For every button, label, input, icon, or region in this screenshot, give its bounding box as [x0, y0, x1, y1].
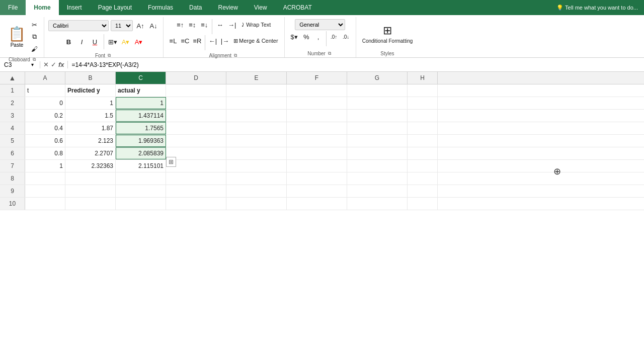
cut-button[interactable]: ✂ [29, 19, 40, 30]
font-color-button[interactable]: A▾ [133, 36, 144, 47]
cell-8-F[interactable] [287, 172, 347, 185]
cell-5-G[interactable] [347, 135, 408, 147]
cell-7-A[interactable]: 1 [25, 160, 65, 172]
cell-8-G[interactable] [347, 172, 408, 185]
cell-6-F[interactable] [287, 147, 347, 159]
col-header-e[interactable]: E [226, 72, 287, 84]
tab-page-layout[interactable]: Page Layout [90, 0, 140, 15]
cell-9-C[interactable] [116, 185, 166, 197]
cell-6-B[interactable]: 2.2707 [65, 147, 116, 159]
percent-button[interactable]: % [301, 31, 312, 42]
cell-9-D[interactable] [166, 185, 226, 197]
row-num-2[interactable]: 2 [0, 97, 25, 109]
cell-3-A[interactable]: 0.2 [25, 110, 65, 122]
select-all-button[interactable]: ▲ [9, 74, 16, 82]
cell-9-F[interactable] [287, 185, 347, 197]
cell-6-C[interactable]: 2.085839 [116, 147, 166, 159]
cell-1-E[interactable] [226, 84, 287, 97]
cell-3-C[interactable]: 1.437114 [116, 110, 166, 122]
copy-button[interactable]: ⧉ [29, 31, 40, 42]
cell-2-B[interactable]: 1 [65, 97, 116, 109]
tab-acrobat[interactable]: ACROBAT [275, 0, 320, 15]
col-header-b[interactable]: B [65, 72, 116, 84]
paste-button[interactable]: 📋 Paste [6, 24, 28, 50]
underline-button[interactable]: U [90, 36, 101, 47]
cell-2-G[interactable] [347, 97, 408, 109]
cell-2-E[interactable] [226, 97, 287, 109]
col-header-a[interactable]: A [25, 72, 65, 84]
cell-ref-input[interactable] [4, 61, 29, 68]
tab-review[interactable]: Review [210, 0, 246, 15]
cell-6-G[interactable] [347, 147, 408, 159]
cell-8-H[interactable] [408, 172, 438, 185]
number-expand[interactable]: ⧉ [327, 50, 333, 56]
tab-view[interactable]: View [246, 0, 275, 15]
cell-3-G[interactable] [347, 110, 408, 122]
cell-5-D[interactable] [166, 135, 226, 147]
cell-6-A[interactable]: 0.8 [25, 147, 65, 159]
cell-3-H[interactable] [408, 110, 438, 122]
row-num-8[interactable]: 8 [0, 172, 25, 185]
cell-5-A[interactable]: 0.6 [25, 135, 65, 147]
cell-7-B[interactable]: 2.32363 [65, 160, 116, 172]
font-size-select[interactable]: 11 [111, 20, 133, 31]
cell-9-E[interactable] [226, 185, 287, 197]
cell-10-A[interactable] [25, 198, 65, 210]
align-center-button[interactable]: ≡C [180, 35, 191, 46]
cell-2-C[interactable]: 1 [116, 97, 166, 109]
font-family-select[interactable]: Calibri [48, 20, 109, 31]
cell-4-G[interactable] [347, 122, 408, 134]
tab-formulas[interactable]: Formulas [140, 0, 181, 15]
cell-1-C[interactable]: actual y [116, 84, 166, 97]
col-header-d[interactable]: D [166, 72, 226, 84]
cell-2-A[interactable]: 0 [25, 97, 65, 109]
font-expand[interactable]: ⧉ [106, 52, 112, 58]
cell-4-D[interactable] [166, 122, 226, 134]
cell-10-D[interactable] [166, 198, 226, 210]
decrease-decimal-button[interactable]: .0↓ [341, 31, 352, 42]
align-middle-button[interactable]: ≡↕ [187, 19, 198, 30]
indent-button[interactable]: →| [226, 19, 237, 30]
align-right-button[interactable]: ≡R [192, 35, 203, 46]
merge-center-button[interactable]: ⊞ Merge & Center [231, 35, 280, 46]
insert-function-icon[interactable]: fx [58, 61, 64, 68]
cell-7-C[interactable]: 2.115101 [116, 160, 166, 172]
cell-7-H[interactable] [408, 160, 438, 172]
row-num-10[interactable]: 10 [0, 198, 25, 210]
cell-4-A[interactable]: 0.4 [25, 122, 65, 134]
increase-decimal-button[interactable]: .0↑ [329, 31, 340, 42]
comma-button[interactable]: , [313, 31, 324, 42]
cell-7-G[interactable] [347, 160, 408, 172]
cell-3-B[interactable]: 1.5 [65, 110, 116, 122]
cell-4-C[interactable]: 1.7565 [116, 122, 166, 134]
cell-8-A[interactable] [25, 172, 65, 185]
cell-7-E[interactable] [226, 160, 287, 172]
cell-9-A[interactable] [25, 185, 65, 197]
cell-6-E[interactable] [226, 147, 287, 159]
col-header-c[interactable]: C [116, 72, 166, 84]
conditional-formatting-button[interactable]: ⊞ Conditional Formatting [360, 23, 415, 45]
cell-3-D[interactable] [166, 110, 226, 122]
fill-color-button[interactable]: A▾ [120, 36, 131, 47]
cell-8-C[interactable] [116, 172, 166, 185]
cell-1-G[interactable] [347, 84, 408, 97]
cell-10-G[interactable] [347, 198, 408, 210]
cell-10-F[interactable] [287, 198, 347, 210]
cell-4-H[interactable] [408, 122, 438, 134]
cell-2-D[interactable] [166, 97, 226, 109]
row-num-5[interactable]: 5 [0, 135, 25, 147]
cell-1-D[interactable] [166, 84, 226, 97]
format-painter-button[interactable]: 🖌 [29, 43, 40, 54]
tab-insert[interactable]: Insert [59, 0, 90, 15]
align-left-button[interactable]: ≡L [168, 35, 179, 46]
increase-indent-button[interactable]: |→ [219, 35, 230, 46]
cell-1-A[interactable]: t [25, 84, 65, 97]
cell-4-B[interactable]: 1.87 [65, 122, 116, 134]
cell-4-E[interactable] [226, 122, 287, 134]
text-direction-button[interactable]: ↔ [214, 19, 225, 30]
accounting-button[interactable]: $▾ [289, 31, 300, 42]
cell-5-H[interactable] [408, 135, 438, 147]
row-num-9[interactable]: 9 [0, 185, 25, 197]
cell-5-F[interactable] [287, 135, 347, 147]
cancel-formula-icon[interactable]: ✕ [43, 61, 49, 68]
